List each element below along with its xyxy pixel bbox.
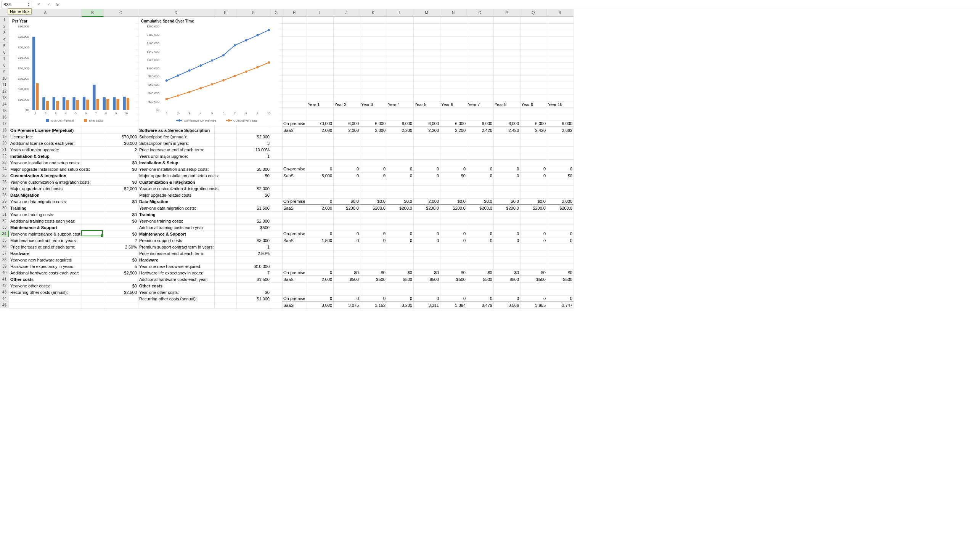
cell-D22[interactable]: Years until major upgrade:: [138, 153, 236, 159]
cell-D36[interactable]: Premium support contract term in years:: [138, 244, 236, 250]
cell-Q44[interactable]: 0: [520, 295, 547, 302]
row-header-27[interactable]: 27: [0, 185, 9, 192]
cell-F40[interactable]: 7: [236, 269, 271, 276]
cell-R44[interactable]: 0: [547, 295, 574, 302]
cell-O25[interactable]: 0: [467, 172, 493, 179]
cell-M29[interactable]: 2,000: [413, 198, 440, 205]
grid-body[interactable]: Per Year$0$10,000$20,000$30,000$40,000$5…: [9, 17, 574, 308]
cell-N29[interactable]: $0.0: [440, 198, 467, 205]
cell-R30[interactable]: $200.0: [547, 205, 574, 211]
cell-K41[interactable]: $500: [360, 276, 387, 282]
cell-J29[interactable]: $0.0: [333, 198, 360, 205]
cell-K14[interactable]: Year 3: [360, 101, 387, 107]
cell-P30[interactable]: $200.0: [493, 205, 520, 211]
cell-N35[interactable]: 0: [440, 237, 467, 244]
cell-D37[interactable]: Price increase at end of each term:: [138, 250, 236, 257]
row-header-33[interactable]: 33: [0, 224, 9, 231]
cell-I34[interactable]: 0: [307, 231, 333, 237]
cell-L45[interactable]: 3,231: [387, 302, 413, 308]
cell-L14[interactable]: Year 4: [387, 101, 413, 107]
row-header-20[interactable]: 20: [0, 140, 9, 146]
row-header-10[interactable]: 10: [0, 75, 9, 82]
cell-R18[interactable]: 2,662: [547, 127, 574, 133]
cell-K45[interactable]: 3,152: [360, 302, 387, 308]
row-header-19[interactable]: 19: [0, 133, 9, 140]
row-header-38[interactable]: 38: [0, 257, 9, 263]
cell-F25[interactable]: $0: [236, 172, 271, 179]
row-header-28[interactable]: 28: [0, 192, 9, 198]
col-header-O[interactable]: O: [467, 9, 493, 17]
cell-C21[interactable]: 2: [104, 146, 138, 153]
row-header-13[interactable]: 13: [0, 95, 9, 101]
cell-F27[interactable]: $2,000: [236, 185, 271, 192]
col-header-G[interactable]: G: [271, 9, 282, 17]
cell-F44[interactable]: $1,000: [236, 295, 271, 302]
col-header-P[interactable]: P: [493, 9, 520, 17]
cell-R17[interactable]: 6,000: [547, 120, 574, 127]
row-header-7[interactable]: 7: [0, 56, 9, 62]
cell-O29[interactable]: $0.0: [467, 198, 493, 205]
cell-I30[interactable]: 2,000: [307, 205, 333, 211]
cell-H34[interactable]: On-premise: [282, 231, 307, 237]
cell-P25[interactable]: 0: [493, 172, 520, 179]
name-box-stepper-icon[interactable]: ▲▼: [27, 2, 30, 7]
row-header-16[interactable]: 16: [0, 114, 9, 120]
row-header-40[interactable]: 40: [0, 269, 9, 276]
cell-F21[interactable]: 10.00%: [236, 146, 271, 153]
cell-D44[interactable]: Recurring other costs (annual):: [138, 295, 236, 302]
cell-D29[interactable]: Data Migration: [138, 198, 236, 205]
cell-C27[interactable]: $2,000: [104, 185, 138, 192]
cell-O45[interactable]: 3,479: [467, 302, 493, 308]
cell-F22[interactable]: 1: [236, 153, 271, 159]
cell-A23[interactable]: Year-one installation and setup costs:: [9, 159, 104, 166]
cell-I41[interactable]: 2,000: [307, 276, 333, 282]
cell-K24[interactable]: 0: [360, 166, 387, 172]
col-header-Q[interactable]: Q: [520, 9, 547, 17]
fx-label[interactable]: fx: [56, 2, 59, 7]
col-header-M[interactable]: M: [413, 9, 440, 17]
cell-C26[interactable]: $0: [104, 179, 138, 185]
cell-P17[interactable]: 6,000: [493, 120, 520, 127]
confirm-icon[interactable]: ✓: [45, 1, 52, 8]
cell-D28[interactable]: Major upgrade-related costs:: [138, 192, 236, 198]
cell-I35[interactable]: 1,500: [307, 237, 333, 244]
row-header-12[interactable]: 12: [0, 88, 9, 95]
row-header-30[interactable]: 30: [0, 205, 9, 211]
name-box[interactable]: B34 ▲▼: [2, 1, 32, 8]
cell-F19[interactable]: $2,000: [236, 133, 271, 140]
cell-D39[interactable]: Year-one new hardware required:: [138, 263, 236, 269]
cell-J24[interactable]: 0: [333, 166, 360, 172]
cell-C20[interactable]: $6,000: [104, 140, 138, 146]
cell-O44[interactable]: 0: [467, 295, 493, 302]
row-header-44[interactable]: 44: [0, 295, 9, 302]
cell-O34[interactable]: 0: [467, 231, 493, 237]
cell-M24[interactable]: 0: [413, 166, 440, 172]
row-header-35[interactable]: 35: [0, 237, 9, 244]
cell-R34[interactable]: 0: [547, 231, 574, 237]
cell-A27[interactable]: Major upgrade-related costs:: [9, 185, 104, 192]
cell-A19[interactable]: License fee:: [9, 133, 104, 140]
col-header-N[interactable]: N: [440, 9, 467, 17]
cell-I14[interactable]: Year 1: [307, 101, 333, 107]
cell-R35[interactable]: 0: [547, 237, 574, 244]
cell-D30[interactable]: Year-one data migration costs:: [138, 205, 236, 211]
cell-C31[interactable]: $0: [104, 211, 138, 218]
cell-D18[interactable]: Software-as-a-Service Subscription: [138, 127, 271, 133]
cell-A18[interactable]: On-Premise License (Perpetual): [9, 127, 138, 133]
row-header-1[interactable]: 1: [0, 17, 9, 23]
cell-O24[interactable]: 0: [467, 166, 493, 172]
row-header-23[interactable]: 23: [0, 159, 9, 166]
cell-K17[interactable]: 6,000: [360, 120, 387, 127]
col-header-B[interactable]: B: [82, 9, 104, 17]
cell-N17[interactable]: 6,000: [440, 120, 467, 127]
col-header-D[interactable]: D: [138, 9, 214, 17]
cell-F36[interactable]: 1: [236, 244, 271, 250]
cancel-icon[interactable]: ✕: [35, 1, 42, 8]
cell-P29[interactable]: $0.0: [493, 198, 520, 205]
cell-A34[interactable]: Year-one maintenance & support costs:: [9, 231, 104, 237]
cell-O30[interactable]: $200.0: [467, 205, 493, 211]
cell-N45[interactable]: 3,394: [440, 302, 467, 308]
cell-N30[interactable]: $200.0: [440, 205, 467, 211]
cell-M40[interactable]: $0: [413, 269, 440, 276]
cell-F32[interactable]: $2,000: [236, 218, 271, 224]
